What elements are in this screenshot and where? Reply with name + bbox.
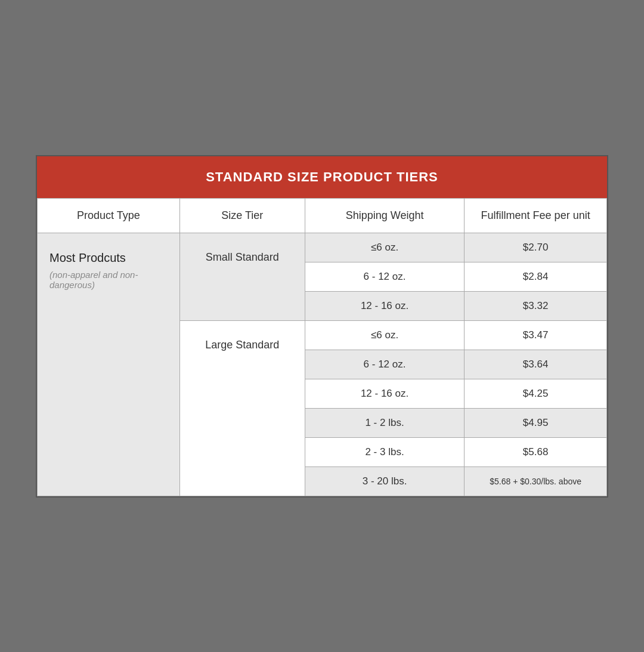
shipping-weight: 12 - 16 oz.: [305, 379, 464, 408]
shipping-weight: 1 - 2 lbs.: [305, 408, 464, 437]
fulfillment-fee: $2.84: [465, 262, 607, 291]
fulfillment-fee: $4.25: [465, 379, 607, 408]
size-tier-small: Small Standard: [179, 233, 305, 320]
product-subtitle: (non-apparel and non-dangerous): [49, 270, 174, 290]
size-tier-large: Large Standard: [179, 320, 305, 496]
table-row: Most Prodcuts(non-apparel and non-danger…: [38, 233, 607, 262]
header-size-tier: Size Tier: [179, 198, 305, 233]
shipping-weight: 6 - 12 oz.: [305, 350, 464, 379]
fulfillment-fee: $5.68 + $0.30/lbs. above: [465, 466, 607, 496]
fulfillment-fee: $4.95: [465, 408, 607, 437]
fulfillment-fee: $2.70: [465, 233, 607, 262]
table-title: STANDARD SIZE PRODUCT TIERS: [37, 156, 607, 198]
header-product-type: Product Type: [38, 198, 180, 233]
fulfillment-fee: $3.32: [465, 291, 607, 320]
shipping-weight: ≤6 oz.: [305, 233, 464, 262]
product-type-cell: Most Prodcuts(non-apparel and non-danger…: [38, 233, 180, 496]
fulfillment-fee: $3.47: [465, 320, 607, 350]
shipping-weight: 12 - 16 oz.: [305, 291, 464, 320]
fulfillment-fee: $3.64: [465, 350, 607, 379]
shipping-weight: ≤6 oz.: [305, 320, 464, 350]
fulfillment-fee: $5.68: [465, 437, 607, 466]
product-name: Most Prodcuts: [49, 251, 174, 265]
shipping-weight: 6 - 12 oz.: [305, 262, 464, 291]
header-fulfillment-fee: Fulfillment Fee per unit: [465, 198, 607, 233]
shipping-weight: 2 - 3 lbs.: [305, 437, 464, 466]
header-shipping-weight: Shipping Weight: [305, 198, 464, 233]
product-tiers-table: STANDARD SIZE PRODUCT TIERS Product Type…: [36, 155, 608, 498]
shipping-weight: 3 - 20 lbs.: [305, 466, 464, 496]
